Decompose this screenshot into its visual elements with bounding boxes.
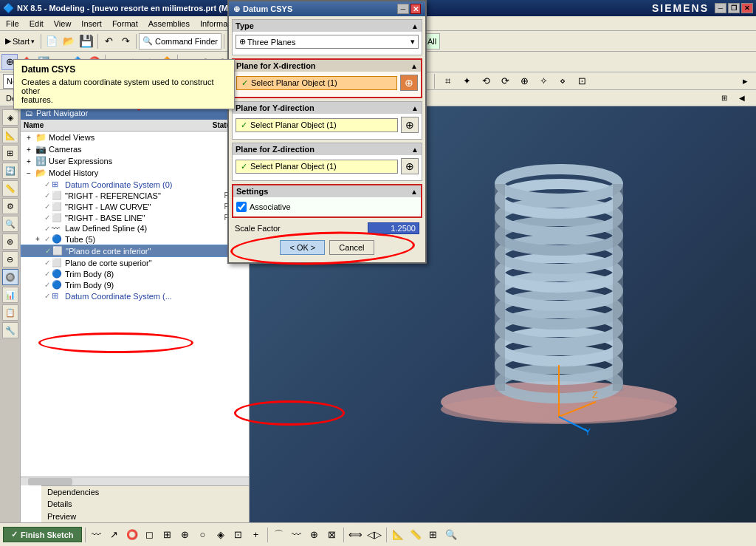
bottom-btn-9[interactable]: ⊡ <box>230 527 247 543</box>
expand-icon[interactable]: + <box>35 235 44 243</box>
tree-row-plano-superior[interactable]: ✓ ⬜ Plano de corte superior" <box>21 257 249 268</box>
close-button[interactable]: ✕ <box>741 3 753 13</box>
tree-row-trim-8[interactable]: ✓ 🔵 Trim Body (8) <box>21 268 249 279</box>
restore-button[interactable]: ❐ <box>728 3 740 13</box>
tree-row-expressions[interactable]: + 🔢 User Expressions <box>21 155 249 167</box>
plane-x-add-btn[interactable]: ⊕ <box>400 75 418 91</box>
save-button[interactable]: 💾 <box>78 33 95 50</box>
bottom-btn-18[interactable]: 📏 <box>408 527 424 543</box>
left-panel-btn-9[interactable]: ⊖ <box>2 251 18 267</box>
plane-x-expand-icon[interactable]: ▲ <box>410 62 418 70</box>
left-panel-btn-7[interactable]: 🔍 <box>2 216 18 232</box>
left-panel-btn-8[interactable]: ⊕ <box>2 233 18 250</box>
menu-format[interactable]: Format <box>108 18 142 30</box>
view-options-btn[interactable]: ⊞ <box>716 90 732 106</box>
sel-filter-btn-17[interactable]: ⋄ <box>554 73 571 89</box>
bottom-btn-11[interactable]: ⌒ <box>271 527 287 543</box>
left-panel-btn-1[interactable]: ◈ <box>2 109 18 126</box>
tree-row-model-history[interactable]: − 📂 Model History <box>21 167 249 179</box>
open-button[interactable]: 📂 <box>61 33 77 50</box>
left-panel-btn-2[interactable]: 📐 <box>2 127 18 143</box>
sel-filter-btn-18[interactable]: ⊡ <box>574 73 590 89</box>
tree-row-right-ref[interactable]: ✓ ⬜ "RIGHT - REFERENCIAS" Fully-c <box>21 190 249 201</box>
tree-row-datum-csys-0[interactable]: ✓ ⊞ Datum Coordinate System (0) <box>21 179 249 190</box>
plane-z-add-btn[interactable]: ⊕ <box>401 158 419 174</box>
title-bar-controls[interactable]: ─ ❐ ✕ <box>715 3 753 13</box>
minimize-button[interactable]: ─ <box>715 3 726 13</box>
dialog-close-btn[interactable]: ✕ <box>410 4 421 14</box>
bottom-btn-17[interactable]: 📐 <box>390 527 406 543</box>
tree-row-right-law[interactable]: ✓ ⬜ "RIGHT - LAW CURVE" Fully-c <box>21 201 249 212</box>
tree-row-cameras[interactable]: + 📷 Cameras <box>21 143 249 155</box>
associative-checkbox[interactable] <box>236 202 247 212</box>
collapse-toolbar-btn[interactable]: ▸ <box>737 73 753 89</box>
menu-insert[interactable]: Insert <box>77 18 106 30</box>
collapse-btn[interactable]: ◀ <box>734 90 750 106</box>
bottom-btn-12[interactable]: 〰 <box>289 527 305 543</box>
expand-icon[interactable]: − <box>27 169 35 177</box>
bottom-btn-6[interactable]: ⊕ <box>177 527 193 543</box>
left-panel-btn-3[interactable]: ⊞ <box>2 145 18 161</box>
scrollbar-thumb[interactable] <box>28 478 72 485</box>
left-panel-btn-5[interactable]: 📏 <box>2 180 18 197</box>
left-panel-btn-12[interactable]: 📋 <box>2 304 18 321</box>
expand-icon[interactable]: + <box>27 146 35 154</box>
dependencies-item[interactable]: Dependencies <box>41 486 250 498</box>
bottom-btn-4[interactable]: ◻ <box>142 527 158 543</box>
bottom-btn-14[interactable]: ⊠ <box>324 527 340 543</box>
expand-icon[interactable]: + <box>27 157 35 165</box>
scale-factor-input[interactable]: 1.2500 <box>368 222 419 234</box>
tree-row-plano-inferior[interactable]: ✓ ⬜ "Plano de corte inferior" <box>21 245 249 257</box>
preview-item[interactable]: Preview ▾ <box>41 510 250 522</box>
plane-z-selector-btn[interactable]: ✓ Select Planar Object (1) <box>236 160 398 174</box>
expand-icon[interactable]: + <box>27 134 35 142</box>
tree-row-right-base[interactable]: ✓ ⬜ "RIGHT - BASE LINE" Fully-c <box>21 212 249 223</box>
sel-filter-btn-16[interactable]: ✧ <box>535 73 551 89</box>
type-dropdown[interactable]: ⊕ Three Planes ▾ <box>236 35 419 49</box>
bottom-btn-1[interactable]: 〰 <box>89 527 105 543</box>
bottom-btn-2[interactable]: ↗ <box>106 527 123 543</box>
nav-tree[interactable]: + 📁 Model Views + 📷 Cameras + 🔢 User Exp… <box>21 132 249 477</box>
left-panel-btn-4[interactable]: 🔄 <box>2 163 18 179</box>
left-panel-btn-11[interactable]: 📊 <box>2 287 18 303</box>
bottom-btn-16[interactable]: ◁▷ <box>365 527 383 543</box>
left-panel-btn-6[interactable]: ⚙ <box>2 198 18 214</box>
menu-file[interactable]: File <box>1 18 24 30</box>
bottom-btn-8[interactable]: ◈ <box>213 527 229 543</box>
tree-row-law-spline[interactable]: ✓ 〰 Law Defined Spline (4) <box>21 223 249 233</box>
bottom-btn-5[interactable]: ⊞ <box>159 527 176 543</box>
plane-z-expand-icon[interactable]: ▲ <box>411 146 419 154</box>
start-button[interactable]: ▶Start▾ <box>1 33 38 50</box>
sel-filter-btn-14[interactable]: ⟳ <box>497 73 513 89</box>
details-item[interactable]: Details <box>41 498 250 510</box>
bottom-btn-19[interactable]: ⊞ <box>425 527 441 543</box>
cancel-button[interactable]: Cancel <box>329 240 374 255</box>
ok-button[interactable]: < OK > <box>280 240 325 255</box>
tree-row-tube[interactable]: + ✓ 🔵 Tube (5) <box>21 233 249 245</box>
sel-filter-btn-15[interactable]: ⊕ <box>516 73 532 89</box>
sel-filter-btn-13[interactable]: ⟲ <box>478 73 494 89</box>
bottom-btn-7[interactable]: ○ <box>195 527 211 543</box>
plane-x-selector-btn[interactable]: ✓ Select Planar Object (1) <box>236 76 397 90</box>
plane-y-add-btn[interactable]: ⊕ <box>401 117 419 133</box>
tree-row-trim-9[interactable]: ✓ 🔵 Trim Body (9) <box>21 279 249 290</box>
plane-y-expand-icon[interactable]: ▲ <box>411 104 419 112</box>
undo-button[interactable]: ↶ <box>100 33 117 50</box>
menu-edit[interactable]: Edit <box>25 18 48 30</box>
dialog-minimize-btn[interactable]: ─ <box>397 4 409 14</box>
command-finder-button[interactable]: 🔍 Command Finder <box>139 33 221 50</box>
left-panel-btn-13[interactable]: 🔧 <box>2 322 18 338</box>
sel-filter-btn-11[interactable]: ⌗ <box>439 73 456 89</box>
redo-button[interactable]: ↷ <box>117 33 134 50</box>
bottom-btn-10[interactable]: + <box>248 527 264 543</box>
nav-scrollbar[interactable] <box>21 477 249 485</box>
tree-row-datum-csys-last[interactable]: ✓ ⊞ Datum Coordinate System (... <box>21 290 249 301</box>
bottom-btn-15[interactable]: ⟺ <box>347 527 364 543</box>
left-panel-btn-10[interactable]: 🔘 <box>2 269 18 285</box>
settings-expand-icon[interactable]: ▲ <box>410 188 418 196</box>
plane-y-selector-btn[interactable]: ✓ Select Planar Object (1) <box>236 118 398 132</box>
bottom-btn-20[interactable]: 🔍 <box>443 527 459 543</box>
sel-filter-btn-12[interactable]: ✦ <box>458 73 475 89</box>
bottom-btn-13[interactable]: ⊕ <box>306 527 323 543</box>
tree-row-model-views[interactable]: + 📁 Model Views <box>21 132 249 143</box>
